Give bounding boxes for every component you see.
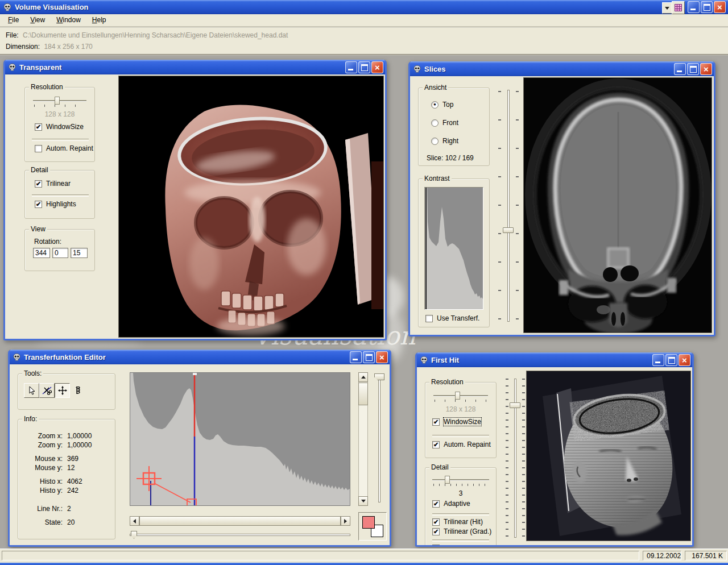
firsthit-windowsize-checkbox[interactable]: ✔ WindowSize	[432, 418, 481, 426]
triangle-right-icon	[344, 519, 347, 524]
tfeditor-titlebar[interactable]: Transferfunktion Editor ×	[10, 350, 390, 364]
info-label: Mouse y:	[18, 464, 63, 472]
adaptive-label: Adaptive	[444, 500, 470, 508]
firsthit-highlights-checkbox[interactable]: Highlights	[432, 544, 474, 545]
firsthit-trilinear-grad-checkbox[interactable]: ✔ Trilinear (Grad.)	[432, 527, 491, 535]
slices-slice-slider[interactable]	[497, 86, 520, 325]
transparent-titlebar[interactable]: Transparent ×	[5, 60, 385, 74]
tool-move-button[interactable]	[55, 383, 70, 398]
tf-horizontal-scrollbar[interactable]	[130, 516, 350, 526]
tool-cut-button[interactable]	[39, 383, 55, 398]
checkbox-check-icon: ✔	[432, 441, 440, 448]
kontrast-legend: Kontrast	[423, 175, 452, 182]
status-memory-cell: 167.501 K	[685, 551, 727, 560]
menu-view[interactable]: View	[24, 14, 51, 26]
rotation-z-field[interactable]: 15	[71, 248, 88, 258]
transparent-resolution-slider[interactable]	[33, 98, 86, 108]
slider-thumb[interactable]	[510, 402, 520, 408]
move-arrows-icon	[57, 385, 68, 396]
scroll-down-button[interactable]	[358, 496, 368, 506]
transparent-repaint-checkbox[interactable]: Autom. Repaint	[35, 144, 93, 152]
tfeditor-minimize-button[interactable]	[350, 351, 362, 363]
main-close-button[interactable]: ×	[714, 1, 726, 13]
menu-file[interactable]: File	[2, 14, 24, 26]
firsthit-maximize-button[interactable]	[665, 354, 677, 366]
tfeditor-close-button[interactable]: ×	[376, 351, 388, 363]
firsthit-titlebar[interactable]: First Hit ×	[417, 352, 692, 367]
tf-bottom-slider[interactable]	[130, 531, 350, 539]
scroll-right-button[interactable]	[341, 516, 350, 526]
rotation-y-field[interactable]: 0	[52, 248, 68, 258]
slices-radio-right[interactable]: Right	[431, 137, 458, 145]
firsthit-slice-slider[interactable]	[503, 375, 527, 541]
tf-histogram-canvas[interactable]	[130, 372, 350, 506]
firsthit-trilinear-hit-checkbox[interactable]: ✔ Trilinear (Hit)	[432, 518, 483, 526]
mdi-menu-dropdown-button[interactable]	[662, 2, 672, 14]
slices-ct-viewport[interactable]	[523, 77, 712, 333]
slices-titlebar[interactable]: Slices ×	[410, 61, 714, 76]
trilinear-label: Trilinear	[46, 180, 71, 188]
window-tf-editor: Transferfunktion Editor × Tools:	[8, 350, 391, 547]
tf-zoom-slider[interactable]	[374, 372, 385, 506]
transparent-highlights-checkbox[interactable]: ✔ Highlights	[35, 200, 76, 208]
rotation-x-field[interactable]: 344	[33, 248, 50, 258]
scroll-thumb[interactable]	[139, 516, 341, 526]
firsthit-detail-slider[interactable]	[432, 477, 489, 487]
firsthit-render-viewport[interactable]	[526, 371, 691, 541]
highlights-label: Highlights	[444, 544, 474, 545]
tool-select-button[interactable]	[24, 383, 39, 398]
checkbox-check-icon: ✔	[432, 518, 440, 526]
scroll-thumb[interactable]	[358, 383, 368, 405]
tfeditor-maximize-button[interactable]	[363, 351, 375, 363]
slider-thumb[interactable]	[503, 227, 514, 233]
transparent-windowsize-checkbox[interactable]: ✔ WindowSize	[35, 123, 84, 131]
slider-pointer-thumb[interactable]	[131, 531, 137, 539]
info-value: 2	[67, 505, 71, 513]
scroll-up-button[interactable]	[358, 372, 368, 382]
transparent-trilinear-checkbox[interactable]: ✔ Trilinear	[35, 180, 71, 188]
main-restore-button[interactable]	[701, 1, 713, 13]
slices-minimize-button[interactable]	[674, 63, 686, 75]
slices-radio-front[interactable]: Front	[431, 119, 458, 127]
menu-window[interactable]: Window	[51, 14, 86, 26]
windowsize-label: WindowSize	[444, 418, 481, 426]
firsthit-adaptive-checkbox[interactable]: ✔ Adaptive	[432, 500, 470, 508]
file-label: File:	[6, 31, 19, 39]
resolution-value: 128 x 128	[25, 110, 94, 118]
slices-radio-top[interactable]: ● Top	[431, 101, 453, 109]
tf-tools-group: Tools:	[18, 373, 115, 410]
skull-icon	[420, 356, 428, 364]
tool-spring-button[interactable]	[70, 383, 85, 398]
radio-top-label: Top	[442, 101, 453, 109]
kontrast-histogram	[424, 187, 483, 310]
transparent-render-viewport[interactable]	[118, 76, 384, 338]
transparent-maximize-button[interactable]	[358, 61, 370, 73]
firsthit-minimize-button[interactable]	[652, 354, 664, 366]
radio-front-label: Front	[442, 119, 458, 127]
firsthit-resolution-slider[interactable]	[433, 393, 488, 403]
firsthit-repaint-checkbox[interactable]: ✔ Autom. Repaint	[432, 441, 491, 448]
radio-right-label: Right	[442, 137, 458, 145]
use-transferf-label: Use Transferf.	[437, 314, 479, 322]
slices-close-button[interactable]: ×	[700, 63, 712, 75]
slider-pointer-thumb[interactable]	[374, 373, 384, 380]
skull-icon	[13, 353, 21, 362]
checkbox-check-icon	[425, 315, 433, 322]
menu-help[interactable]: Help	[86, 14, 112, 26]
firsthit-close-button[interactable]: ×	[679, 354, 690, 366]
transparent-close-button[interactable]: ×	[371, 61, 383, 73]
swatch-primary-color[interactable]	[362, 516, 375, 529]
mdi-grid-button[interactable]	[672, 1, 685, 14]
main-minimize-button[interactable]	[688, 1, 700, 13]
slices-maximize-button[interactable]	[687, 63, 699, 75]
transparent-minimize-button[interactable]	[345, 61, 357, 73]
slices-use-transferf-checkbox[interactable]: Use Transferf.	[425, 314, 479, 322]
checkbox-check-icon: ✔	[35, 180, 42, 188]
tools-legend: Tools:	[22, 369, 43, 377]
checkbox-check-icon: ✔	[35, 201, 42, 208]
scroll-left-button[interactable]	[130, 516, 139, 526]
tf-color-swatch-panel[interactable]	[358, 512, 387, 541]
tf-vertical-scrollbar[interactable]	[358, 372, 368, 506]
info-label: State:	[18, 518, 63, 526]
close-icon: ×	[375, 63, 380, 72]
